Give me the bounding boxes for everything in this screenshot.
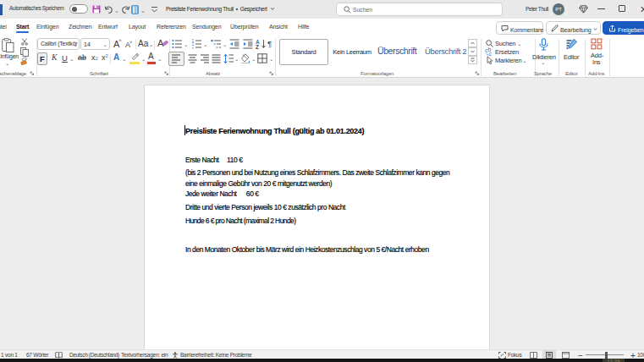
svg-text:Z: Z bbox=[256, 44, 259, 49]
